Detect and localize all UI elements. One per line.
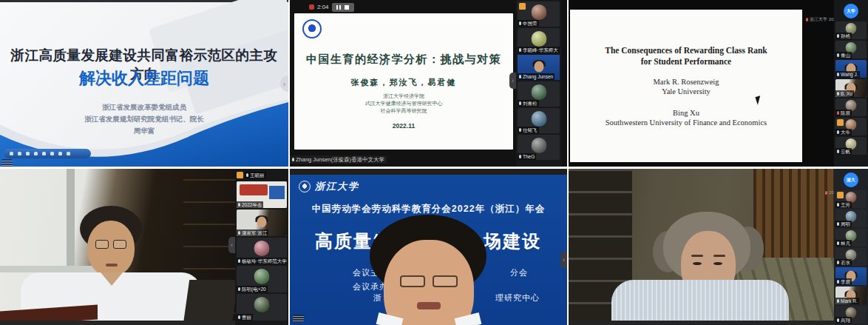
webcam-video <box>0 169 235 321</box>
mic-icon <box>837 150 839 153</box>
participant-tile[interactable]: 孙艳 <box>835 21 867 39</box>
slide-authors: 张俊森，郑汝飞，易君健 <box>297 77 510 88</box>
collapse-arrow-icon[interactable]: ‹ <box>228 237 235 253</box>
participant-tile[interactable]: 周明 <box>835 210 867 227</box>
avatar <box>531 111 546 127</box>
video-tile-webcam-home[interactable]: 2022 年会 浙大 王芳周明林凡若水李晨Mark R.高翔 <box>569 169 868 325</box>
mic-icon <box>519 21 521 25</box>
slide-subtitle: 解决收入差距问题 <box>6 67 282 90</box>
glasses <box>93 240 129 249</box>
participant-tile[interactable]: 2022年会 <box>237 181 287 208</box>
more-icon[interactable] <box>67 152 70 155</box>
glasses <box>396 275 461 289</box>
pen-icon[interactable] <box>10 152 13 155</box>
mic-muted-icon <box>825 191 827 195</box>
organizer-line2: 浙 <box>373 292 382 304</box>
video-tile-webcam-office[interactable]: 王晓丽2022年会潘家军 浙江杨敏玲·华东师范大学陈明(电+20曹丽 ‹ <box>0 169 288 325</box>
participant-tile[interactable]: 青山 <box>835 41 867 58</box>
participant-name-label: Mark R. <box>835 298 859 304</box>
participant-tile[interactable]: B. Xu <box>835 79 867 97</box>
participant-name-label: 大牛 <box>835 129 852 135</box>
mic-icon <box>246 173 248 177</box>
avatar <box>254 297 270 312</box>
pause-icon[interactable] <box>336 5 341 10</box>
slide-date: 2022.11 <box>297 122 510 130</box>
slide-panel-icon[interactable] <box>1 159 13 167</box>
video-tile-speaker-blue-slide[interactable]: 浙江大学 中国劳动学会劳动科学教育分会2022年（浙江）年会 高质量发 场建设 … <box>290 169 567 325</box>
zhejiang-university-logo-icon <box>302 19 322 38</box>
annotation-toolbar[interactable] <box>4 149 91 158</box>
participant-tile[interactable]: 陈明(电+20 <box>237 266 287 292</box>
participant-tile[interactable]: 刘青松 <box>518 81 560 107</box>
participant-name-label: Zhang Junsen <box>518 73 555 80</box>
video-tile-screenshare-fertility[interactable]: 2:04 中国生育的经济学分析：挑战与对策 张俊森，郑汝飞，易君健 浙江大学经济… <box>290 0 567 167</box>
participant-name-label: 陈明(电+20 <box>237 286 268 292</box>
author-affiliation: Yale University <box>574 87 798 96</box>
video-tile-screenshare-paper[interactable]: The Consequences of Rewarding Class Rank… <box>569 0 868 167</box>
shape-icon[interactable] <box>34 152 38 155</box>
avatar <box>531 31 546 47</box>
participant-tile[interactable]: 中国劳 <box>518 1 560 27</box>
highlighter-icon[interactable] <box>18 152 21 155</box>
paper-title-line: for Student Performance <box>574 56 798 67</box>
participant-tile[interactable]: Wang J. <box>835 60 867 78</box>
participant-tile[interactable]: Mark R. <box>835 287 867 304</box>
participant-tile[interactable]: 李晓峰·华东师大 <box>518 28 560 53</box>
participant-tile[interactable]: 林凡 <box>835 229 867 247</box>
stop-icon[interactable] <box>345 5 349 10</box>
participants-sidebar: 浙大 王芳周明林凡若水李晨Mark R.高翔 <box>834 169 868 325</box>
video-tile-slide-common-prosperity[interactable]: 浙江高质量发展建设共同富裕示范区的主攻方向 解决收入差距问题 浙江省发展改革委党… <box>0 0 288 167</box>
person-mouth <box>417 302 441 309</box>
collapse-arrow-icon[interactable]: › <box>560 252 567 268</box>
undo-icon[interactable] <box>58 152 62 155</box>
recording-controls[interactable] <box>332 3 354 12</box>
mic-muted-icon <box>806 18 808 21</box>
author-name: Bing Xu <box>574 108 798 118</box>
mic-icon <box>519 48 521 52</box>
participant-tile[interactable]: 仕铭飞 <box>518 108 560 133</box>
participant-name-label: 2022年会 <box>237 201 263 208</box>
participant-tile[interactable]: 王芳 <box>835 190 867 208</box>
participant-name-label: 刘青松 <box>518 100 539 107</box>
record-icon <box>309 4 314 10</box>
participant-tile[interactable]: 李晨 <box>835 267 867 285</box>
laser-icon[interactable] <box>50 152 54 155</box>
mic-icon <box>238 315 240 319</box>
participant-tile[interactable]: Zhang Junsen <box>518 55 560 80</box>
collapse-arrow-icon[interactable]: › <box>509 73 516 89</box>
person-eyebrows <box>691 255 725 262</box>
text-icon[interactable] <box>42 152 46 155</box>
participant-tile[interactable]: TheG <box>518 135 560 160</box>
mic-icon <box>837 299 839 303</box>
participant-name-label: 潘家军 浙江 <box>237 229 268 236</box>
avatar[interactable]: 浙大 <box>844 172 858 187</box>
participant-tile[interactable]: 陈晨 <box>835 98 867 116</box>
mouse-cursor-icon <box>755 96 762 105</box>
avatar <box>254 241 270 256</box>
raise-hand-icon <box>837 192 844 198</box>
participant-tile[interactable]: 若水 <box>835 248 867 266</box>
mic-icon <box>238 203 240 207</box>
mic-icon <box>837 222 839 226</box>
participant-name-label: B. Xu <box>835 90 854 97</box>
paper-title: The Consequences of Rewarding Class Rank… <box>574 45 798 67</box>
raise-hand-icon <box>519 3 526 10</box>
participant-tile[interactable]: 高翔 <box>835 306 867 324</box>
participant-tile[interactable]: 王晓丽 <box>237 170 287 180</box>
eraser-icon[interactable] <box>26 152 30 155</box>
participant-tile[interactable]: 潘家军 浙江 <box>237 210 287 236</box>
mic-icon <box>837 241 839 245</box>
participant-tile[interactable]: 曹丽 <box>237 294 287 321</box>
participant-tile[interactable]: 杨敏玲·华东师范大学 <box>237 238 287 264</box>
avatar[interactable]: 大学 <box>844 4 858 19</box>
mic-icon <box>837 203 839 207</box>
participant-name-label: 孙艳 <box>835 33 852 39</box>
participant-name-label: Wang J. <box>835 71 860 78</box>
mic-icon <box>837 318 839 322</box>
participant-tile[interactable]: 云帆 <box>835 137 867 155</box>
speaker-name-text: Zhang Junsen(张俊森)香港中文大学 <box>296 156 384 164</box>
participant-tile[interactable]: 大牛 <box>835 118 867 135</box>
mic-icon <box>238 259 240 263</box>
participant-name-label: TheG <box>518 153 536 160</box>
mic-icon <box>292 158 294 161</box>
